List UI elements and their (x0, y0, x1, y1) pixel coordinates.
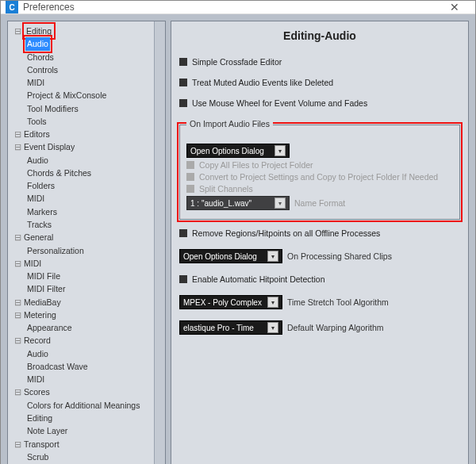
tree-scrollbar[interactable] (154, 21, 165, 464)
name-format-dropdown: 1 : "audio_L.wav" ▾ (186, 196, 290, 210)
tree-toggle-icon[interactable]: ⊟ (14, 385, 22, 398)
checkbox-icon (186, 173, 194, 181)
tree-editing-controls[interactable]: Controls (25, 63, 60, 76)
tree-transport-scrub[interactable]: Scrub (25, 451, 50, 463)
tree-toggle-icon[interactable]: ⊟ (14, 334, 22, 347)
name-format-label: Name Format (294, 198, 345, 208)
warping-dropdown[interactable]: elastique Pro - Time ▾ (179, 320, 282, 335)
tree-metering[interactable]: Metering (22, 309, 58, 321)
tree-toggle-icon[interactable]: ⊟ (14, 25, 22, 37)
checkbox-icon (179, 275, 187, 283)
checkbox-icon (186, 185, 194, 193)
tree-record-audio[interactable]: Audio (25, 347, 50, 360)
import-action-dropdown[interactable]: Open Options Dialog ▾ (186, 144, 290, 158)
timestretch-dropdown[interactable]: MPEX - Poly Complex ▾ (179, 295, 282, 309)
opt-split-channels: Split Channels (186, 184, 453, 194)
tree-toggle-icon[interactable]: ⊟ (14, 140, 22, 153)
checkbox-icon (179, 99, 187, 107)
tree-editing[interactable]: Editing (25, 25, 53, 37)
tree-transport[interactable]: Transport (22, 438, 61, 451)
window-body: ⊟ Editing Audio Chords Controls MIDI Pro… (1, 14, 475, 464)
opt-enable-hitpoint-label: Enable Automatic Hitpoint Detection (192, 274, 325, 284)
preferences-window: C Preferences ✕ ⊟ Editing Audio Chords C… (0, 0, 476, 464)
tree-ed-midi[interactable]: MIDI (25, 192, 46, 205)
shared-clips-label: On Processing Shared Clips (287, 251, 392, 261)
opt-treat-muted-label: Treat Muted Audio Events like Deleted (192, 78, 333, 87)
tree-editing-toolmod[interactable]: Tool Modifiers (25, 102, 80, 115)
tree-ed-folders[interactable]: Folders (25, 179, 56, 192)
tree-ed-tracks[interactable]: Tracks (25, 218, 53, 231)
import-action-value: Open Options Dialog (190, 147, 264, 155)
tree-editing-audio[interactable]: Audio (25, 37, 50, 50)
tree-toggle-icon[interactable]: ⊟ (14, 257, 22, 270)
tree-ed-chordspitches[interactable]: Chords & Pitches (25, 167, 93, 179)
tree-metering-appearance[interactable]: Appearance (25, 321, 74, 334)
chevron-down-icon: ▾ (267, 322, 278, 333)
opt-simple-crossfade-label: Simple Crossfade Editor (192, 57, 282, 67)
tree-editing-tools[interactable]: Tools (25, 115, 48, 128)
shared-clips-dropdown[interactable]: Open Options Dialog ▾ (179, 249, 282, 263)
settings-panel: Editing-Audio Simple Crossfade Editor Tr… (171, 21, 469, 464)
window-title: Preferences (23, 2, 439, 13)
tree-scores[interactable]: Scores (22, 385, 52, 398)
page-title: Editing-Audio (179, 29, 460, 42)
timestretch-value: MPEX - Poly Complex (183, 298, 262, 307)
tree-midi-file[interactable]: MIDI File (25, 270, 62, 282)
opt-convert-label: Convert to Project Settings and Copy to … (199, 172, 438, 182)
opt-remove-regions[interactable]: Remove Regions/Hitpoints on all Offline … (179, 228, 460, 238)
tree-editing-midi[interactable]: MIDI (25, 76, 46, 89)
tree-general[interactable]: General (22, 231, 55, 244)
tree-mediabay[interactable]: MediaBay (22, 296, 63, 309)
tree-editors[interactable]: Editors (22, 128, 52, 140)
chevron-down-icon: ▾ (267, 251, 278, 262)
opt-mouse-wheel[interactable]: Use Mouse Wheel for Event Volume and Fad… (179, 98, 460, 108)
opt-copy-all: Copy All Files to Project Folder (186, 160, 453, 170)
chevron-down-icon: ▾ (274, 145, 286, 156)
shared-clips-value: Open Options Dialog (183, 252, 257, 261)
opt-enable-hitpoint[interactable]: Enable Automatic Hitpoint Detection (179, 274, 460, 284)
opt-remove-regions-label: Remove Regions/Hitpoints on all Offline … (192, 228, 380, 238)
tree-toggle-icon[interactable]: ⊟ (14, 296, 22, 309)
tree-record-midi[interactable]: MIDI (25, 373, 46, 385)
warping-value: elastique Pro - Time (183, 324, 254, 332)
checkbox-icon (179, 58, 187, 66)
tree-record-bwave[interactable]: Broadcast Wave (25, 360, 90, 373)
warping-label: Default Warping Algorithm (287, 323, 384, 332)
tree-toggle-icon[interactable]: ⊟ (14, 309, 22, 321)
opt-treat-muted[interactable]: Treat Muted Audio Events like Deleted (179, 78, 460, 87)
main-area: ⊟ Editing Audio Chords Controls MIDI Pro… (1, 14, 475, 464)
tree-general-personalization[interactable]: Personalization (25, 244, 86, 257)
checkbox-icon (179, 79, 187, 86)
name-format-value: 1 : "audio_L.wav" (190, 199, 251, 208)
tree-toggle-icon[interactable]: ⊟ (14, 438, 22, 451)
tree-scores-colors[interactable]: Colors for Additional Meanings (25, 399, 141, 412)
close-icon[interactable]: ✕ (439, 1, 470, 13)
tree-ed-markers[interactable]: Markers (25, 205, 59, 218)
titlebar: C Preferences ✕ (1, 1, 475, 14)
checkbox-icon (186, 161, 194, 169)
opt-convert: Convert to Project Settings and Copy to … (186, 172, 453, 182)
opt-simple-crossfade[interactable]: Simple Crossfade Editor (179, 57, 460, 67)
tree-scores-editing[interactable]: Editing (25, 412, 54, 424)
tree-editing-projectmix[interactable]: Project & MixConsole (25, 89, 108, 102)
opt-mouse-wheel-label: Use Mouse Wheel for Event Volume and Fad… (192, 98, 367, 108)
tree-editing-chords[interactable]: Chords (25, 51, 56, 63)
tree-scores-notelayer[interactable]: Note Layer (25, 424, 69, 437)
tree-eventdisplay[interactable]: Event Display (22, 140, 76, 153)
opt-split-channels-label: Split Channels (199, 184, 253, 194)
tree-midi[interactable]: MIDI (22, 257, 43, 270)
app-logo-icon: C (6, 1, 18, 13)
tree-toggle-icon[interactable]: ⊟ (14, 128, 22, 140)
import-audio-legend: On Import Audio Files (186, 119, 273, 128)
tree-record[interactable]: Record (22, 334, 52, 347)
timestretch-label: Time Stretch Tool Algorithm (287, 297, 389, 307)
tree-midi-filter[interactable]: MIDI Filter (25, 282, 67, 295)
category-tree: ⊟ Editing Audio Chords Controls MIDI Pro… (7, 21, 166, 464)
chevron-down-icon: ▾ (267, 297, 278, 308)
checkbox-icon (179, 229, 187, 237)
opt-copy-all-label: Copy All Files to Project Folder (199, 160, 313, 170)
import-audio-group: On Import Audio Files Open Options Dialo… (179, 125, 460, 220)
tree-toggle-icon[interactable]: ⊟ (14, 231, 22, 244)
tree-scroll[interactable]: ⊟ Editing Audio Chords Controls MIDI Pro… (8, 21, 154, 464)
tree-ed-audio[interactable]: Audio (25, 154, 50, 167)
